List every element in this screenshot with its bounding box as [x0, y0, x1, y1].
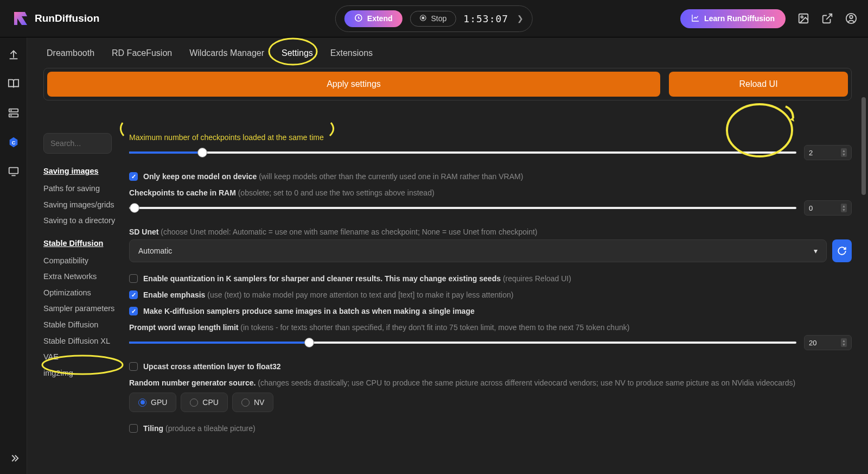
checkbox-icon — [129, 172, 138, 181]
max-ckpt-slider[interactable] — [129, 150, 796, 155]
tab-extensions[interactable]: Extensions — [329, 46, 374, 60]
stop-button[interactable]: Stop — [410, 11, 456, 27]
setting-quantization[interactable]: Enable quantization in K samplers for sh… — [129, 274, 852, 283]
extend-label: Extend — [367, 14, 393, 23]
wrap-muted: (in tokens - for texts shorter than spec… — [240, 323, 629, 332]
cache-ram-slider[interactable] — [129, 206, 796, 210]
side-item-paths[interactable]: Paths for saving — [43, 181, 116, 197]
scrollbar[interactable] — [861, 97, 866, 469]
tabs: Dreambooth RD FaceFusion Wildcards Manag… — [27, 37, 868, 68]
side-item-compat[interactable]: Compatibility — [43, 253, 116, 269]
tab-settings[interactable]: Settings — [280, 46, 314, 60]
tab-wildcards-manager[interactable]: Wildcards Manager — [188, 46, 265, 60]
sd-unet-muted: (choose Unet model: Automatic = use one … — [161, 227, 537, 236]
apply-settings-button[interactable]: Apply settings — [47, 72, 660, 97]
checkbox-icon — [129, 274, 138, 283]
rng-muted: (changes seeds drastically; use CPU to p… — [258, 378, 795, 387]
side-item-sdxl[interactable]: Stable Diffusion XL — [43, 333, 116, 350]
refresh-unet-button[interactable] — [832, 239, 852, 262]
side-item-saving-grids[interactable]: Saving images/grids — [43, 197, 116, 213]
left-sidebar: C — [0, 37, 27, 474]
reload-ui-button[interactable]: Reload UI — [669, 72, 848, 97]
chart-icon — [691, 14, 700, 24]
svg-text:C: C — [11, 140, 15, 146]
settings-main: Maximum number of checkpoints loaded at … — [129, 133, 852, 440]
image-icon[interactable] — [797, 12, 809, 24]
book-icon[interactable] — [8, 78, 20, 90]
side-item-optimizations[interactable]: Optimizations — [43, 285, 116, 301]
setting-rng: Random number generator source. (changes… — [129, 378, 852, 412]
clock-plus-icon — [354, 14, 363, 24]
monitor-icon[interactable] — [8, 166, 20, 178]
side-item-extra-networks[interactable]: Extra Networks — [43, 269, 116, 285]
max-ckpt-value[interactable]: 2▲▼ — [804, 145, 852, 160]
logo-text: RunDiffusion — [35, 12, 99, 24]
side-item-vae[interactable]: VAE — [43, 349, 116, 365]
top-right: Learn RunDiffusion — [680, 9, 857, 28]
setting-wrap-limit: Prompt word wrap length limit (in tokens… — [129, 323, 852, 350]
tab-rd-facefusion[interactable]: RD FaceFusion — [111, 46, 173, 60]
learn-button[interactable]: Learn RunDiffusion — [680, 9, 786, 28]
setting-emphasis[interactable]: Enable emphasis (use (text) to make mode… — [129, 290, 852, 299]
sd-unet-select[interactable]: Automatic ▾ — [129, 239, 827, 262]
setting-sd-unet: SD Unet (choose Unet model: Automatic = … — [129, 227, 852, 262]
upload-icon[interactable] — [8, 48, 20, 60]
side-group-saving[interactable]: Saving images — [43, 167, 116, 175]
cache-ram-muted: (obsolete; set to 0 and use the two sett… — [238, 188, 435, 197]
svg-point-6 — [850, 16, 853, 19]
svg-point-4 — [801, 16, 803, 18]
search-input[interactable] — [43, 133, 112, 154]
wrap-slider[interactable] — [129, 340, 796, 345]
content-area: Dreambooth RD FaceFusion Wildcards Manag… — [27, 37, 868, 474]
settings-panel: Apply settings Reload UI Saving images P… — [27, 68, 868, 474]
external-link-icon[interactable] — [821, 12, 833, 24]
setting-max-checkpoints: Maximum number of checkpoints loaded at … — [129, 133, 852, 160]
setting-upcast[interactable]: Upcast cross attention layer to float32 — [129, 362, 852, 371]
svg-point-10 — [10, 115, 11, 116]
session-timer: 1:53:07 — [463, 13, 508, 24]
logo[interactable]: RunDiffusion — [11, 9, 99, 28]
cache-ram-value[interactable]: 0▲▼ — [804, 200, 852, 216]
settings-side-nav: Saving images Paths for saving Saving im… — [43, 133, 116, 440]
svg-rect-12 — [9, 168, 18, 174]
checkbox-icon — [129, 424, 138, 433]
side-group-sd[interactable]: Stable Diffusion — [43, 239, 116, 248]
cache-ram-label: Checkpoints to cache in RAM — [129, 188, 236, 197]
side-item-sampler-params[interactable]: Sampler parameters — [43, 301, 116, 317]
rng-option-gpu[interactable]: GPU — [129, 393, 176, 412]
chevron-right-icon[interactable]: ❯ — [517, 14, 524, 23]
wrap-label: Prompt word wrap length limit — [129, 323, 238, 332]
chevron-down-icon: ▾ — [814, 247, 818, 255]
radio-icon — [138, 399, 146, 407]
checkbox-icon — [129, 290, 138, 299]
extend-button[interactable]: Extend — [344, 10, 403, 27]
upcast-label: Upcast cross attention layer to float32 — [143, 362, 281, 371]
hex-icon[interactable]: C — [8, 136, 20, 148]
expand-icon[interactable] — [8, 452, 20, 464]
action-row: Apply settings Reload UI — [43, 68, 852, 100]
checkbox-icon — [129, 362, 138, 371]
side-item-img2img[interactable]: img2img — [43, 365, 116, 382]
side-item-saving-dir[interactable]: Saving to a directory — [43, 213, 116, 229]
logo-icon — [11, 9, 30, 28]
wrap-value[interactable]: 20▲▼ — [804, 335, 852, 350]
radio-icon — [190, 399, 198, 407]
tiling-label: Tiling — [143, 424, 163, 433]
radio-icon — [241, 399, 250, 407]
tab-dreambooth[interactable]: Dreambooth — [46, 46, 95, 60]
setting-kdiff-batch[interactable]: Make K-diffusion samplers produce same i… — [129, 307, 852, 315]
rng-option-cpu[interactable]: CPU — [181, 393, 228, 412]
stop-icon — [419, 14, 427, 23]
sd-unet-label: SD Unet — [129, 227, 158, 236]
server-icon[interactable] — [8, 107, 20, 119]
setting-only-keep[interactable]: Only keep one model on device (will keep… — [129, 172, 852, 181]
tiling-muted: (produce a tileable picture) — [165, 424, 256, 433]
rng-option-nv[interactable]: NV — [232, 393, 273, 412]
side-item-stable-diffusion[interactable]: Stable Diffusion — [43, 317, 116, 333]
emphasis-muted: (use (text) to make model pay more atten… — [207, 290, 513, 299]
stop-label: Stop — [431, 14, 447, 23]
user-icon[interactable] — [845, 12, 857, 24]
max-ckpt-label: Maximum number of checkpoints loaded at … — [129, 133, 852, 142]
setting-tiling[interactable]: Tiling (produce a tileable picture) — [129, 424, 852, 433]
top-bar: RunDiffusion Extend Stop 1:53:07 ❯ Learn… — [0, 0, 868, 37]
